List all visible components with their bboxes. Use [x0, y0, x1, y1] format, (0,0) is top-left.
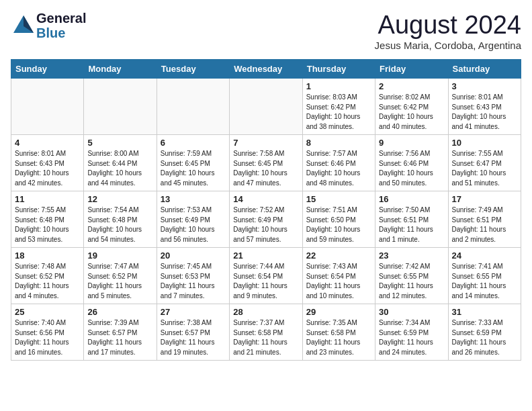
day-number: 1	[306, 81, 371, 91]
calendar-cell: 8Sunrise: 7:57 AM Sunset: 6:46 PM Daylig…	[302, 135, 375, 191]
cell-info: Sunrise: 7:52 AM Sunset: 6:49 PM Dayligh…	[233, 205, 298, 244]
calendar-cell: 4Sunrise: 8:01 AM Sunset: 6:43 PM Daylig…	[11, 135, 84, 191]
day-number: 8	[306, 138, 371, 148]
calendar-cell: 25Sunrise: 7:40 AM Sunset: 6:56 PM Dayli…	[11, 304, 84, 361]
calendar-cell: 16Sunrise: 7:50 AM Sunset: 6:51 PM Dayli…	[375, 191, 448, 248]
day-number: 24	[452, 250, 517, 261]
day-number: 28	[233, 307, 298, 317]
calendar-cell: 15Sunrise: 7:51 AM Sunset: 6:50 PM Dayli…	[302, 191, 375, 248]
day-number: 31	[452, 307, 517, 317]
month-title: August 2024	[375, 11, 521, 40]
calendar-cell: 7Sunrise: 7:58 AM Sunset: 6:45 PM Daylig…	[230, 135, 302, 191]
cell-info: Sunrise: 7:55 AM Sunset: 6:47 PM Dayligh…	[452, 149, 517, 188]
day-header-tuesday: Tuesday	[157, 60, 229, 79]
calendar-week-row: 18Sunrise: 7:48 AM Sunset: 6:52 PM Dayli…	[11, 248, 521, 304]
cell-info: Sunrise: 7:44 AM Sunset: 6:54 PM Dayligh…	[233, 262, 298, 301]
calendar-cell: 21Sunrise: 7:44 AM Sunset: 6:54 PM Dayli…	[230, 248, 302, 304]
calendar-cell: 11Sunrise: 7:55 AM Sunset: 6:48 PM Dayli…	[11, 191, 84, 248]
cell-info: Sunrise: 7:41 AM Sunset: 6:55 PM Dayligh…	[452, 262, 517, 301]
calendar-cell: 3Sunrise: 8:01 AM Sunset: 6:43 PM Daylig…	[448, 79, 521, 135]
cell-info: Sunrise: 7:35 AM Sunset: 6:58 PM Dayligh…	[306, 318, 371, 357]
day-number: 11	[15, 194, 80, 204]
cell-info: Sunrise: 7:49 AM Sunset: 6:51 PM Dayligh…	[452, 205, 517, 244]
day-number: 30	[379, 307, 444, 317]
title-area: August 2024 Jesus Maria, Cordoba, Argent…	[375, 11, 521, 51]
day-number: 26	[87, 307, 152, 317]
calendar-cell: 2Sunrise: 8:02 AM Sunset: 6:42 PM Daylig…	[375, 79, 448, 135]
calendar-cell: 9Sunrise: 7:56 AM Sunset: 6:46 PM Daylig…	[375, 135, 448, 191]
day-header-sunday: Sunday	[11, 60, 84, 79]
calendar-table: SundayMondayTuesdayWednesdayThursdayFrid…	[11, 59, 521, 361]
day-number: 18	[15, 250, 80, 261]
day-number: 9	[379, 138, 444, 148]
cell-info: Sunrise: 7:56 AM Sunset: 6:46 PM Dayligh…	[379, 149, 444, 188]
day-header-monday: Monday	[84, 60, 157, 79]
cell-info: Sunrise: 8:02 AM Sunset: 6:42 PM Dayligh…	[379, 93, 444, 132]
calendar-cell: 22Sunrise: 7:43 AM Sunset: 6:54 PM Dayli…	[302, 248, 375, 304]
calendar-cell: 14Sunrise: 7:52 AM Sunset: 6:49 PM Dayli…	[230, 191, 302, 248]
cell-info: Sunrise: 7:43 AM Sunset: 6:54 PM Dayligh…	[306, 262, 371, 301]
cell-info: Sunrise: 7:48 AM Sunset: 6:52 PM Dayligh…	[15, 262, 80, 301]
calendar-cell: 23Sunrise: 7:42 AM Sunset: 6:55 PM Dayli…	[375, 248, 448, 304]
calendar-cell: 12Sunrise: 7:54 AM Sunset: 6:48 PM Dayli…	[84, 191, 157, 248]
day-number: 10	[452, 138, 517, 148]
day-number: 21	[233, 250, 298, 261]
day-number: 16	[379, 194, 444, 204]
calendar-header-row: SundayMondayTuesdayWednesdayThursdayFrid…	[11, 60, 521, 79]
cell-info: Sunrise: 7:59 AM Sunset: 6:45 PM Dayligh…	[161, 149, 226, 188]
day-number: 25	[15, 307, 80, 317]
day-header-friday: Friday	[375, 60, 448, 79]
calendar-cell: 19Sunrise: 7:47 AM Sunset: 6:52 PM Dayli…	[84, 248, 157, 304]
cell-info: Sunrise: 7:58 AM Sunset: 6:45 PM Dayligh…	[233, 149, 298, 188]
cell-info: Sunrise: 7:47 AM Sunset: 6:52 PM Dayligh…	[87, 262, 152, 301]
calendar-cell: 24Sunrise: 7:41 AM Sunset: 6:55 PM Dayli…	[448, 248, 521, 304]
logo: General Blue	[11, 11, 86, 40]
calendar-cell	[11, 79, 84, 135]
cell-info: Sunrise: 7:33 AM Sunset: 6:59 PM Dayligh…	[452, 318, 517, 357]
logo-blue: Blue	[36, 26, 86, 40]
calendar-cell: 20Sunrise: 7:45 AM Sunset: 6:53 PM Dayli…	[157, 248, 229, 304]
calendar-cell: 17Sunrise: 7:49 AM Sunset: 6:51 PM Dayli…	[448, 191, 521, 248]
day-number: 5	[87, 138, 152, 148]
day-number: 22	[306, 250, 371, 261]
calendar-cell: 28Sunrise: 7:37 AM Sunset: 6:58 PM Dayli…	[230, 304, 302, 361]
cell-info: Sunrise: 7:53 AM Sunset: 6:49 PM Dayligh…	[161, 205, 226, 244]
cell-info: Sunrise: 7:42 AM Sunset: 6:55 PM Dayligh…	[379, 262, 444, 301]
cell-info: Sunrise: 7:37 AM Sunset: 6:58 PM Dayligh…	[233, 318, 298, 357]
day-number: 19	[87, 250, 152, 261]
calendar-cell	[84, 79, 157, 135]
calendar-week-row: 11Sunrise: 7:55 AM Sunset: 6:48 PM Dayli…	[11, 191, 521, 248]
day-number: 3	[452, 81, 517, 91]
day-number: 17	[452, 194, 517, 204]
day-header-wednesday: Wednesday	[230, 60, 302, 79]
calendar-cell: 10Sunrise: 7:55 AM Sunset: 6:47 PM Dayli…	[448, 135, 521, 191]
calendar-week-row: 25Sunrise: 7:40 AM Sunset: 6:56 PM Dayli…	[11, 304, 521, 361]
day-number: 29	[306, 307, 371, 317]
calendar-cell: 30Sunrise: 7:34 AM Sunset: 6:59 PM Dayli…	[375, 304, 448, 361]
location-title: Jesus Maria, Cordoba, Argentina	[375, 40, 521, 51]
day-number: 4	[15, 138, 80, 148]
day-number: 20	[161, 250, 226, 261]
cell-info: Sunrise: 7:50 AM Sunset: 6:51 PM Dayligh…	[379, 205, 444, 244]
day-number: 7	[233, 138, 298, 148]
day-number: 13	[161, 194, 226, 204]
day-header-thursday: Thursday	[302, 60, 375, 79]
calendar-cell	[157, 79, 229, 135]
cell-info: Sunrise: 7:40 AM Sunset: 6:56 PM Dayligh…	[15, 318, 80, 357]
calendar-cell: 26Sunrise: 7:39 AM Sunset: 6:57 PM Dayli…	[84, 304, 157, 361]
day-number: 27	[161, 307, 226, 317]
calendar-week-row: 1Sunrise: 8:03 AM Sunset: 6:42 PM Daylig…	[11, 79, 521, 135]
day-number: 23	[379, 250, 444, 261]
cell-info: Sunrise: 8:01 AM Sunset: 6:43 PM Dayligh…	[15, 149, 80, 188]
calendar-cell	[230, 79, 302, 135]
calendar-cell: 1Sunrise: 8:03 AM Sunset: 6:42 PM Daylig…	[302, 79, 375, 135]
calendar-cell: 29Sunrise: 7:35 AM Sunset: 6:58 PM Dayli…	[302, 304, 375, 361]
cell-info: Sunrise: 7:38 AM Sunset: 6:57 PM Dayligh…	[161, 318, 226, 357]
day-number: 14	[233, 194, 298, 204]
cell-info: Sunrise: 7:39 AM Sunset: 6:57 PM Dayligh…	[87, 318, 152, 357]
cell-info: Sunrise: 7:55 AM Sunset: 6:48 PM Dayligh…	[15, 205, 80, 244]
day-header-saturday: Saturday	[448, 60, 521, 79]
page-header: General Blue August 2024 Jesus Maria, Co…	[11, 11, 521, 51]
calendar-cell: 5Sunrise: 8:00 AM Sunset: 6:44 PM Daylig…	[84, 135, 157, 191]
logo-icon	[11, 13, 36, 38]
